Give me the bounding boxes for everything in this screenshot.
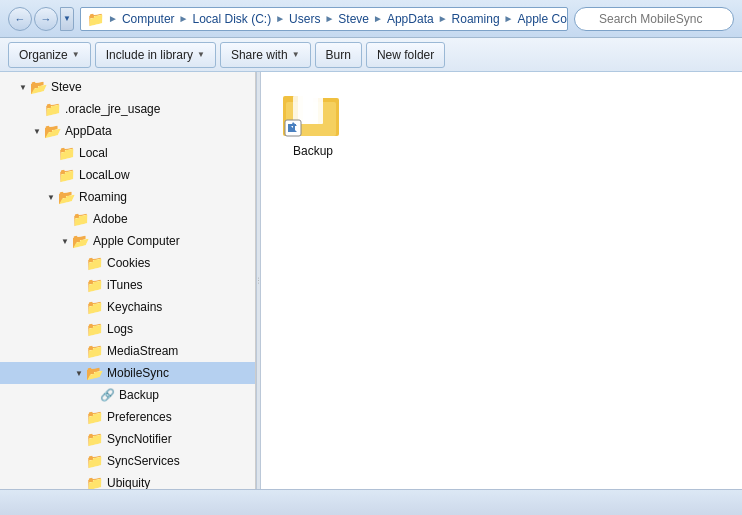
expander-itunes[interactable] bbox=[72, 278, 86, 292]
expander-ubiquity[interactable] bbox=[72, 476, 86, 489]
organize-button[interactable]: Organize ▼ bbox=[8, 42, 91, 68]
expander-preferences[interactable] bbox=[72, 410, 86, 424]
breadcrumb-sep-5: ► bbox=[438, 13, 448, 24]
tree-item-local[interactable]: 📁 Local bbox=[0, 142, 255, 164]
expander-syncservices[interactable] bbox=[72, 454, 86, 468]
tree-item-applecomputer[interactable]: ▼ 📂 Apple Computer bbox=[0, 230, 255, 252]
library-label: Include in library bbox=[106, 48, 193, 62]
expander-logs[interactable] bbox=[72, 322, 86, 336]
folder-icon-roaming: 📂 bbox=[58, 189, 75, 205]
breadcrumb-computer[interactable]: Computer bbox=[122, 12, 175, 26]
nav-dropdown-button[interactable]: ▼ bbox=[60, 7, 74, 31]
tree-item-syncservices[interactable]: 📁 SyncServices bbox=[0, 450, 255, 472]
content-panel[interactable]: Backup bbox=[261, 72, 742, 489]
library-button[interactable]: Include in library ▼ bbox=[95, 42, 216, 68]
breadcrumb-localdisk[interactable]: Local Disk (C:) bbox=[193, 12, 272, 26]
shortcut-folder-icon-backup: 🔗 bbox=[100, 388, 115, 402]
share-label: Share with bbox=[231, 48, 288, 62]
expander-local[interactable] bbox=[44, 146, 58, 160]
tree-item-ubiquity[interactable]: 📁 Ubiquity bbox=[0, 472, 255, 489]
tree-item-appdata[interactable]: ▼ 📂 AppData bbox=[0, 120, 255, 142]
tree-label-local: Local bbox=[79, 146, 108, 160]
expander-mediastream[interactable] bbox=[72, 344, 86, 358]
tree-item-mobilesync[interactable]: ▼ 📂 MobileSync bbox=[0, 362, 255, 384]
address-bar[interactable]: 📁 ► Computer ► Local Disk (C:) ► Users ►… bbox=[80, 7, 568, 31]
tree-item-backup[interactable]: 🔗 Backup bbox=[0, 384, 255, 406]
breadcrumb-appdata[interactable]: AppData bbox=[387, 12, 434, 26]
burn-label: Burn bbox=[326, 48, 351, 62]
tree-label-applecomputer: Apple Computer bbox=[93, 234, 180, 248]
burn-button[interactable]: Burn bbox=[315, 42, 362, 68]
tree-label-syncservices: SyncServices bbox=[107, 454, 180, 468]
expander-mobilesync[interactable]: ▼ bbox=[72, 366, 86, 380]
expander-appdata[interactable]: ▼ bbox=[30, 124, 44, 138]
tree-label-adobe: Adobe bbox=[93, 212, 128, 226]
tree-label-syncnotifier: SyncNotifier bbox=[107, 432, 172, 446]
tree-label-oracle: .oracle_jre_usage bbox=[65, 102, 160, 116]
toolbar: Organize ▼ Include in library ▼ Share wi… bbox=[0, 38, 742, 72]
expander-keychains[interactable] bbox=[72, 300, 86, 314]
tree-label-keychains: Keychains bbox=[107, 300, 162, 314]
tree-label-logs: Logs bbox=[107, 322, 133, 336]
folder-icon-itunes: 📁 bbox=[86, 277, 103, 293]
tree-item-itunes[interactable]: 📁 iTunes bbox=[0, 274, 255, 296]
expander-localow[interactable] bbox=[44, 168, 58, 182]
search-wrapper: 🔍 bbox=[574, 7, 734, 31]
expander-syncnotifier[interactable] bbox=[72, 432, 86, 446]
tree-label-appdata: AppData bbox=[65, 124, 112, 138]
forward-button[interactable]: → bbox=[34, 7, 58, 31]
library-dropdown-icon: ▼ bbox=[197, 50, 205, 59]
address-folder-icon: 📁 bbox=[87, 11, 104, 27]
breadcrumb-roaming[interactable]: Roaming bbox=[452, 12, 500, 26]
tree-label-itunes: iTunes bbox=[107, 278, 143, 292]
tree-item-keychains[interactable]: 📁 Keychains bbox=[0, 296, 255, 318]
tree-panel[interactable]: ▼ 📂 Steve 📁 .oracle_jre_usage ▼ 📂 AppDat… bbox=[0, 72, 256, 489]
expander-steve[interactable]: ▼ bbox=[16, 80, 30, 94]
tree-item-cookies[interactable]: 📁 Cookies bbox=[0, 252, 255, 274]
folder-icon-syncservices: 📁 bbox=[86, 453, 103, 469]
tree-label-backup: Backup bbox=[119, 388, 159, 402]
folder-icon-ubiquity: 📁 bbox=[86, 475, 103, 489]
newfolder-button[interactable]: New folder bbox=[366, 42, 445, 68]
tree-label-roaming: Roaming bbox=[79, 190, 127, 204]
expander-roaming[interactable]: ▼ bbox=[44, 190, 58, 204]
tree-label-preferences: Preferences bbox=[107, 410, 172, 424]
tree-label-mediastream: MediaStream bbox=[107, 344, 178, 358]
main-area: ▼ 📂 Steve 📁 .oracle_jre_usage ▼ 📂 AppDat… bbox=[0, 72, 742, 489]
expander-backup[interactable] bbox=[86, 388, 100, 402]
tree-item-steve[interactable]: ▼ 📂 Steve bbox=[0, 76, 255, 98]
tree-item-roaming[interactable]: ▼ 📂 Roaming bbox=[0, 186, 255, 208]
breadcrumb-applecomputer[interactable]: Apple Computer bbox=[517, 12, 568, 26]
tree-item-adobe[interactable]: 📁 Adobe bbox=[0, 208, 255, 230]
tree-item-logs[interactable]: 📁 Logs bbox=[0, 318, 255, 340]
expander-adobe[interactable] bbox=[58, 212, 72, 226]
expander-applecomputer[interactable]: ▼ bbox=[58, 234, 72, 248]
tree-item-oracle[interactable]: 📁 .oracle_jre_usage bbox=[0, 98, 255, 120]
content-item-backup[interactable]: Backup bbox=[273, 84, 353, 162]
back-button[interactable]: ← bbox=[8, 7, 32, 31]
folder-icon-appdata: 📂 bbox=[44, 123, 61, 139]
breadcrumb-users[interactable]: Users bbox=[289, 12, 320, 26]
tree-label-ubiquity: Ubiquity bbox=[107, 476, 150, 489]
organize-label: Organize bbox=[19, 48, 68, 62]
content-item-label-backup: Backup bbox=[293, 144, 333, 158]
search-input[interactable] bbox=[574, 7, 734, 31]
share-button[interactable]: Share with ▼ bbox=[220, 42, 311, 68]
tree-item-syncnotifier[interactable]: 📁 SyncNotifier bbox=[0, 428, 255, 450]
tree-item-preferences[interactable]: 📁 Preferences bbox=[0, 406, 255, 428]
breadcrumb-sep-3: ► bbox=[324, 13, 334, 24]
tree-label-localow: LocalLow bbox=[79, 168, 130, 182]
tree-label-steve: Steve bbox=[51, 80, 82, 94]
tree-item-mediastream[interactable]: 📁 MediaStream bbox=[0, 340, 255, 362]
folder-icon-syncnotifier: 📁 bbox=[86, 431, 103, 447]
title-bar: ← → ▼ 📁 ► Computer ► Local Disk (C:) ► U… bbox=[0, 0, 742, 38]
tree-item-localow[interactable]: 📁 LocalLow bbox=[0, 164, 255, 186]
expander-oracle[interactable] bbox=[30, 102, 44, 116]
folder-icon-mobilesync: 📂 bbox=[86, 365, 103, 381]
expander-cookies[interactable] bbox=[72, 256, 86, 270]
folder-icon-applecomputer: 📂 bbox=[72, 233, 89, 249]
folder-icon-adobe: 📁 bbox=[72, 211, 89, 227]
folder-icon-steve: 📂 bbox=[30, 79, 47, 95]
newfolder-label: New folder bbox=[377, 48, 434, 62]
breadcrumb-steve[interactable]: Steve bbox=[338, 12, 369, 26]
